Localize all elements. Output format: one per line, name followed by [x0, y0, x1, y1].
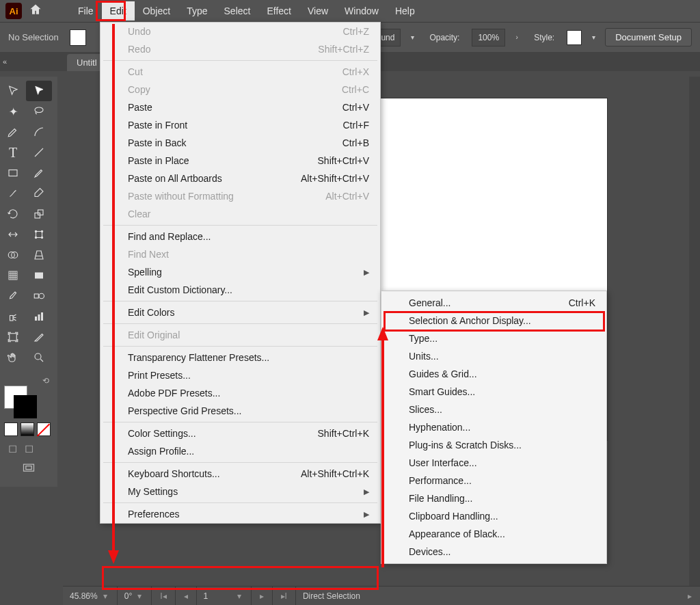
pen-tool[interactable]	[0, 122, 26, 142]
submenu-item-slices[interactable]: Slices...	[381, 401, 606, 418]
submenu-item-smart-guides[interactable]: Smart Guides...	[381, 383, 606, 401]
chevron-down-icon[interactable]: ▾	[589, 29, 598, 46]
menu-help[interactable]: Help	[387, 1, 423, 21]
menu-view[interactable]: View	[299, 1, 336, 21]
zoom-tool[interactable]	[26, 347, 52, 368]
menu-file[interactable]: File	[70, 1, 102, 21]
submenu-item-performance[interactable]: Performance...	[381, 472, 606, 489]
home-icon[interactable]	[29, 3, 42, 20]
type-tool[interactable]: T	[0, 142, 26, 163]
submenu-item-devices[interactable]: Devices...	[381, 543, 606, 561]
submenu-item-guides-grid[interactable]: Guides & Grid...	[381, 365, 606, 383]
menu-item-edit-custom-dictionary[interactable]: Edit Custom Dictionary...	[100, 281, 380, 299]
shaper-tool[interactable]	[0, 183, 26, 204]
app-logo[interactable]: Ai	[5, 3, 22, 19]
style-swatch[interactable]	[567, 30, 582, 45]
artboard-tool[interactable]	[0, 327, 26, 347]
scrollbar-vertical[interactable]	[689, 77, 700, 586]
free-transform-tool[interactable]	[26, 224, 52, 245]
menu-item-paste[interactable]: PasteCtrl+V	[100, 98, 380, 116]
edit-menu-dropdown: UndoCtrl+ZRedoShift+Ctrl+ZCutCtrl+XCopyC…	[100, 22, 381, 524]
menu-item-keyboard-shortcuts[interactable]: Keyboard Shortcuts...Alt+Shift+Ctrl+K	[100, 465, 380, 483]
eraser-tool[interactable]	[26, 183, 52, 204]
rectangle-tool[interactable]	[0, 163, 26, 183]
current-tool-status: Direct Selection	[296, 587, 679, 605]
artboard-prev[interactable]: ◂	[176, 587, 197, 605]
menu-item-edit-colors[interactable]: Edit Colors▶	[100, 304, 380, 321]
slice-tool[interactable]	[26, 327, 52, 347]
submenu-item-general[interactable]: General...Ctrl+K	[381, 294, 606, 312]
blend-tool[interactable]	[26, 286, 52, 306]
direct-selection-tool[interactable]	[26, 81, 52, 101]
shape-builder-tool[interactable]	[0, 245, 26, 265]
graph-tool[interactable]	[26, 306, 52, 327]
fill-swatch[interactable]	[70, 29, 86, 46]
lasso-tool[interactable]	[26, 101, 52, 122]
selection-tool[interactable]	[0, 81, 26, 101]
submenu-item-file-handling[interactable]: File Handling...	[381, 489, 606, 507]
submenu-item-type[interactable]: Type...	[381, 330, 606, 347]
menu-type[interactable]: Type	[178, 1, 215, 21]
menu-item-spelling[interactable]: Spelling▶	[100, 263, 380, 281]
artboard-last[interactable]: ▸I	[273, 587, 296, 605]
rotation[interactable]: 0°▾	[118, 587, 152, 605]
stroke-color[interactable]	[14, 395, 37, 418]
submenu-item-user-interface[interactable]: User Interface...	[381, 454, 606, 472]
menu-item-adobe-pdf-presets[interactable]: Adobe PDF Presets...	[100, 384, 380, 402]
document-setup-button[interactable]: Document Setup	[605, 28, 692, 46]
submenu-item-clipboard-handling[interactable]: Clipboard Handling...	[381, 507, 606, 525]
chevron-right-icon[interactable]: ›	[512, 29, 522, 46]
menu-item-transparency-flattener-presets[interactable]: Transparency Flattener Presets...	[100, 349, 380, 366]
scroll-right-icon[interactable]: ▸	[679, 587, 700, 605]
menu-item-color-settings[interactable]: Color Settings...Shift+Ctrl+K	[100, 425, 380, 442]
menu-object[interactable]: Object	[135, 1, 178, 21]
submenu-item-units[interactable]: Units...	[381, 347, 606, 365]
menu-item-paste-on-all-artboards[interactable]: Paste on All ArtboardsAlt+Shift+Ctrl+V	[100, 170, 380, 187]
eyedropper-tool[interactable]	[0, 286, 26, 306]
draw-mode-behind[interactable]: ◻	[25, 442, 37, 454]
opacity-value[interactable]: 100%	[472, 29, 505, 46]
artboard-number[interactable]: 1▾	[197, 587, 252, 605]
menu-item-my-settings[interactable]: My Settings▶	[100, 483, 380, 500]
paintbrush-tool[interactable]	[26, 163, 52, 183]
menu-effect[interactable]: Effect	[258, 1, 299, 21]
gradient-tool[interactable]	[26, 265, 52, 286]
preferences-submenu: General...Ctrl+KSelection & Anchor Displ…	[381, 291, 607, 564]
panel-collapse-icon[interactable]: «	[3, 57, 7, 66]
menu-window[interactable]: Window	[336, 1, 387, 21]
artboard-first[interactable]: I◂	[152, 587, 175, 605]
menu-edit[interactable]: Edit	[102, 1, 135, 21]
artboard-next[interactable]: ▸	[252, 587, 273, 605]
scale-tool[interactable]	[26, 204, 52, 224]
color-mode-solid[interactable]	[4, 422, 18, 436]
perspective-tool[interactable]	[26, 245, 52, 265]
magic-wand-tool[interactable]: ✦	[0, 101, 26, 122]
hand-tool[interactable]	[0, 347, 26, 368]
screen-mode-icon[interactable]	[18, 461, 39, 476]
chevron-down-icon[interactable]: ▾	[407, 29, 417, 46]
menu-select[interactable]: Select	[216, 1, 259, 21]
menu-item-assign-profile[interactable]: Assign Profile...	[100, 442, 380, 460]
menu-item-paste-in-back[interactable]: Paste in BackCtrl+B	[100, 134, 380, 152]
zoom-level[interactable]: 45.86%▾	[63, 587, 118, 605]
submenu-item-selection-anchor-display[interactable]: Selection & Anchor Display...	[381, 312, 606, 330]
submenu-item-hyphenation[interactable]: Hyphenation...	[381, 418, 606, 436]
rotate-tool[interactable]	[0, 204, 26, 224]
draw-mode-normal[interactable]: ◻	[8, 442, 21, 454]
menu-item-print-presets[interactable]: Print Presets...	[100, 366, 380, 384]
line-tool[interactable]	[26, 142, 52, 163]
submenu-item-appearance-of-black[interactable]: Appearance of Black...	[381, 525, 606, 543]
menu-item-preferences[interactable]: Preferences▶	[100, 505, 380, 523]
color-mode-none[interactable]	[37, 422, 51, 436]
swap-colors-icon[interactable]: ⟲	[4, 376, 53, 386]
width-tool[interactable]	[0, 224, 26, 245]
mesh-tool[interactable]	[0, 265, 26, 286]
submenu-item-plug-ins-scratch-disks[interactable]: Plug-ins & Scratch Disks...	[381, 436, 606, 454]
symbol-sprayer-tool[interactable]	[0, 306, 26, 327]
menu-item-perspective-grid-presets[interactable]: Perspective Grid Presets...	[100, 402, 380, 420]
color-mode-gradient[interactable]	[21, 422, 34, 436]
menu-item-paste-in-place[interactable]: Paste in PlaceShift+Ctrl+V	[100, 152, 380, 170]
curvature-tool[interactable]	[26, 122, 52, 142]
menu-item-find-and-replace[interactable]: Find and Replace...	[100, 228, 380, 245]
menu-item-paste-in-front[interactable]: Paste in FrontCtrl+F	[100, 116, 380, 134]
